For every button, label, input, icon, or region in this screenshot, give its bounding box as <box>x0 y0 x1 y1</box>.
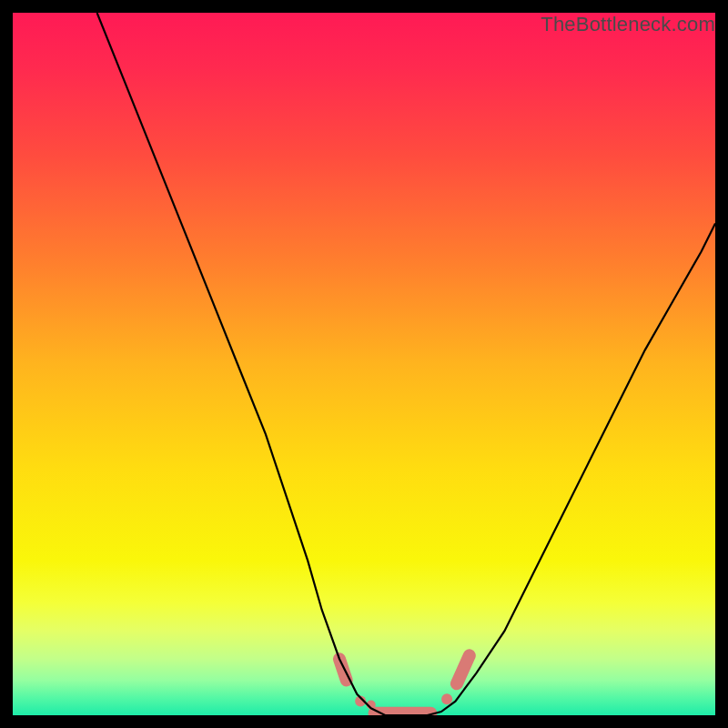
gradient-rect <box>13 13 715 715</box>
plot-area: TheBottleneck.com <box>13 13 715 715</box>
svg-point-4 <box>441 693 452 704</box>
watermark-text: TheBottleneck.com <box>541 13 715 36</box>
outer-frame: TheBottleneck.com <box>0 0 728 728</box>
chart-svg <box>13 13 715 715</box>
